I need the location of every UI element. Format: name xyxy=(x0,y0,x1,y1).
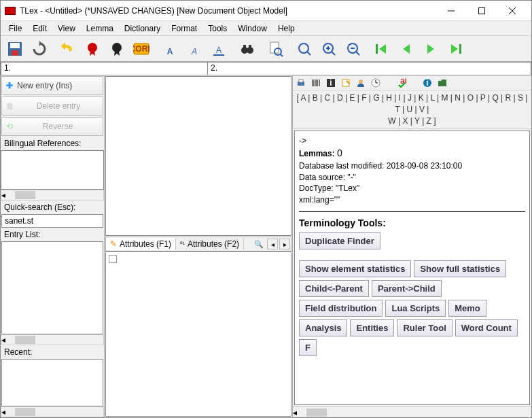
svg-text:A: A xyxy=(167,47,173,56)
folder-icon[interactable] xyxy=(437,77,448,88)
clock-icon[interactable] xyxy=(370,77,381,88)
save-button[interactable] xyxy=(3,37,26,60)
address-tab-2[interactable]: 2. xyxy=(208,62,531,75)
nav-next-button[interactable] xyxy=(419,37,442,60)
maximize-button[interactable] xyxy=(466,1,497,20)
alphabet-index[interactable]: [ A | B | C | D | E | F | G | H | I | J … xyxy=(293,90,531,129)
entrylist-scrollbar[interactable]: ◂ xyxy=(1,334,104,345)
attr-next-button[interactable]: ▸ xyxy=(279,239,290,249)
menubar: File Edit View Lemma Dictionary Format T… xyxy=(1,21,531,36)
address-bar: 1. 2. xyxy=(1,62,531,75)
undo-button[interactable] xyxy=(56,37,79,60)
svg-marker-7 xyxy=(39,41,42,46)
black-seal-button[interactable] xyxy=(105,37,128,60)
user-icon[interactable] xyxy=(355,77,366,88)
menu-window[interactable]: Window xyxy=(232,22,272,35)
svg-point-9 xyxy=(112,43,122,52)
attribute-checkbox[interactable] xyxy=(109,255,117,263)
ruler-tool-button[interactable]: Ruler Tool xyxy=(397,319,452,336)
parent-child-button[interactable]: Parent->Child xyxy=(372,280,442,297)
duplicate-finder-button[interactable]: Duplicate Finder xyxy=(299,232,380,249)
entry-list[interactable] xyxy=(1,241,103,334)
barcode-icon[interactable] xyxy=(311,77,321,88)
analysis-button[interactable]: Analysis xyxy=(299,319,347,336)
child-parent-button[interactable]: Child<-Parent xyxy=(299,280,369,297)
svg-rect-1 xyxy=(478,7,484,14)
zoom-reset-button[interactable] xyxy=(293,37,316,60)
svg-marker-33 xyxy=(379,44,386,54)
spellcheck-icon[interactable]: abc xyxy=(396,77,407,88)
svg-line-31 xyxy=(356,52,359,55)
plus-icon: ✚ xyxy=(6,81,13,90)
memo-button[interactable]: Memo xyxy=(448,300,486,317)
lemmas-count: 0 xyxy=(337,147,342,158)
nav-last-button[interactable] xyxy=(444,37,467,60)
note-icon[interactable] xyxy=(340,77,351,88)
nav-first-button[interactable] xyxy=(370,37,393,60)
entities-button[interactable]: Entities xyxy=(350,319,394,336)
svg-text:A: A xyxy=(191,47,197,56)
alphabet-row-1[interactable]: [ A | B | C | D | E | F | G | H | I | J … xyxy=(297,93,528,114)
attributes-tab-2-label: Attributes (F2) xyxy=(188,239,239,249)
f-button[interactable]: F xyxy=(299,339,317,356)
binoculars-button[interactable] xyxy=(236,37,259,60)
corp-button[interactable]: CORP xyxy=(130,37,153,60)
attributes-tab-1[interactable]: ✎ Attributes (F1) xyxy=(106,238,176,250)
nav-prev-button[interactable] xyxy=(395,37,418,60)
show-element-statistics-button[interactable]: Show element statistics xyxy=(299,260,411,277)
svg-text:i: i xyxy=(426,78,428,88)
menu-dictionary[interactable]: Dictionary xyxy=(119,22,166,35)
show-full-statistics-button[interactable]: Show full statistics xyxy=(414,260,506,277)
bilingual-scrollbar[interactable]: ◂ xyxy=(1,190,104,201)
alphabet-row-2[interactable]: W | X | Y | Z ] xyxy=(388,116,436,126)
zoom-out-button[interactable] xyxy=(342,37,365,60)
reverse-button[interactable]: ⟲ Reverse xyxy=(1,117,103,136)
menu-lemma[interactable]: Lemma xyxy=(81,22,119,35)
info-square-icon[interactable]: i xyxy=(325,77,336,88)
quicksearch-input[interactable] xyxy=(1,214,103,228)
doctype-text: DocType: "TLex" xyxy=(299,183,525,194)
svg-rect-18 xyxy=(243,45,246,49)
menu-format[interactable]: Format xyxy=(166,22,202,35)
close-button[interactable] xyxy=(497,1,527,20)
menu-help[interactable]: Help xyxy=(272,22,300,35)
recent-label: Recent: xyxy=(1,345,104,359)
page-zoom-button[interactable] xyxy=(264,37,287,60)
svg-line-22 xyxy=(280,54,283,56)
word-count-button[interactable]: Word Count xyxy=(455,319,518,336)
terminology-tools-buttons: Duplicate Finder Show element statistics… xyxy=(299,232,525,356)
right-scrollbar[interactable]: ◂ xyxy=(293,406,531,417)
delete-entry-label: Delete entry xyxy=(18,101,99,111)
attr-prev-button[interactable]: ◂ xyxy=(267,239,278,249)
zoom-in-button[interactable] xyxy=(317,37,340,60)
binoculars-small-icon[interactable]: 🔍 xyxy=(254,240,264,249)
reverse-icon: ⟲ xyxy=(6,122,13,131)
recent-scrollbar[interactable]: ◂ xyxy=(1,406,104,417)
info-circle-icon[interactable]: i xyxy=(422,77,433,88)
bilingual-references-list[interactable] xyxy=(1,150,104,190)
font-normal-button[interactable]: A xyxy=(158,37,181,60)
new-entry-button[interactable]: ✚ New entry (Ins) xyxy=(1,76,103,95)
delete-entry-button[interactable]: 🗑 Delete entry xyxy=(1,97,103,116)
terminology-tools-title: Terminology Tools: xyxy=(299,217,525,228)
field-distribution-button[interactable]: Field distribution xyxy=(299,300,383,317)
main-toolbar: CORP A A A xyxy=(1,36,531,62)
print-icon[interactable] xyxy=(296,77,306,88)
font-italic-button[interactable]: A xyxy=(183,37,206,60)
minimize-button[interactable] xyxy=(436,1,466,20)
attributes-tab-2[interactable]: ⁰¹ Attributes (F2) xyxy=(176,238,244,250)
menu-file[interactable]: File xyxy=(3,22,27,35)
menu-view[interactable]: View xyxy=(52,22,81,35)
font-underline-button[interactable]: A xyxy=(207,37,230,60)
menu-edit[interactable]: Edit xyxy=(27,22,52,35)
menu-tools[interactable]: Tools xyxy=(202,22,232,35)
attributes-panel[interactable] xyxy=(105,251,291,417)
address-tab-1[interactable]: 1. xyxy=(1,62,208,75)
recent-list[interactable] xyxy=(1,359,103,406)
svg-point-23 xyxy=(299,43,308,53)
refresh-button[interactable] xyxy=(28,37,51,60)
lua-scripts-button[interactable]: Lua Scripts xyxy=(385,300,446,317)
red-seal-button[interactable] xyxy=(81,37,104,60)
editor-area[interactable] xyxy=(105,76,291,236)
db-modified-text: Database last modified: 2018-09-08 23:10… xyxy=(299,160,525,172)
